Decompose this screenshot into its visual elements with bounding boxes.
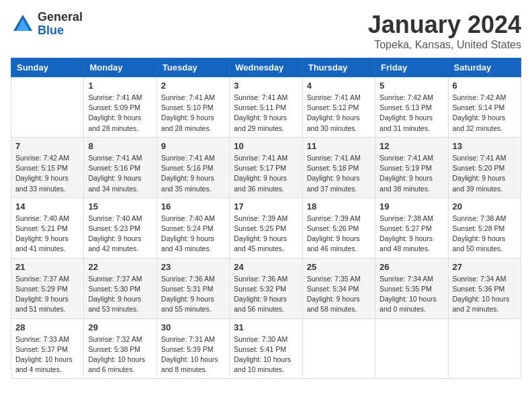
- calendar-week-row: 14Sunrise: 7:40 AM Sunset: 5:21 PM Dayli…: [11, 197, 521, 258]
- calendar-week-row: 21Sunrise: 7:37 AM Sunset: 5:29 PM Dayli…: [11, 258, 521, 318]
- empty-cell: [448, 318, 521, 379]
- day-number: 10: [234, 141, 298, 151]
- cell-sun-info: Sunrise: 7:39 AM Sunset: 5:25 PM Dayligh…: [234, 214, 298, 255]
- cell-sun-info: Sunrise: 7:40 AM Sunset: 5:21 PM Dayligh…: [15, 214, 79, 255]
- empty-cell: [11, 77, 84, 138]
- day-number: 29: [88, 322, 152, 332]
- location-title: Topeka, Kansas, United States: [368, 39, 521, 51]
- weekday-header-thursday: Thursday: [302, 58, 375, 77]
- logo-icon: [11, 12, 35, 36]
- empty-cell: [302, 318, 375, 379]
- calendar-day-cell: 28Sunrise: 7:33 AM Sunset: 5:37 PM Dayli…: [11, 318, 84, 379]
- day-number: 5: [380, 81, 443, 91]
- cell-sun-info: Sunrise: 7:35 AM Sunset: 5:34 PM Dayligh…: [307, 274, 371, 315]
- day-number: 28: [15, 322, 79, 332]
- day-number: 13: [453, 141, 517, 151]
- day-number: 20: [453, 201, 517, 212]
- calendar-day-cell: 20Sunrise: 7:38 AM Sunset: 5:28 PM Dayli…: [448, 197, 521, 258]
- cell-sun-info: Sunrise: 7:41 AM Sunset: 5:10 PM Dayligh…: [161, 93, 225, 134]
- cell-sun-info: Sunrise: 7:33 AM Sunset: 5:37 PM Dayligh…: [15, 334, 79, 375]
- cell-sun-info: Sunrise: 7:41 AM Sunset: 5:09 PM Dayligh…: [88, 93, 152, 134]
- day-number: 23: [161, 262, 225, 272]
- calendar-day-cell: 23Sunrise: 7:36 AM Sunset: 5:31 PM Dayli…: [157, 258, 229, 318]
- weekday-header-saturday: Saturday: [448, 58, 521, 77]
- day-number: 26: [380, 262, 443, 272]
- day-number: 2: [161, 81, 225, 91]
- logo: General Blue: [11, 11, 83, 38]
- day-number: 14: [15, 201, 79, 212]
- day-number: 17: [234, 201, 298, 212]
- day-number: 11: [307, 141, 371, 151]
- cell-sun-info: Sunrise: 7:37 AM Sunset: 5:29 PM Dayligh…: [15, 274, 79, 315]
- calendar-day-cell: 24Sunrise: 7:36 AM Sunset: 5:32 PM Dayli…: [230, 258, 302, 318]
- weekday-header-friday: Friday: [375, 58, 448, 77]
- title-area: January 2024 Topeka, Kansas, United Stat…: [368, 11, 521, 51]
- calendar-day-cell: 26Sunrise: 7:34 AM Sunset: 5:35 PM Dayli…: [375, 258, 448, 318]
- day-number: 4: [307, 81, 371, 91]
- calendar-day-cell: 31Sunrise: 7:30 AM Sunset: 5:41 PM Dayli…: [230, 318, 302, 379]
- cell-sun-info: Sunrise: 7:40 AM Sunset: 5:24 PM Dayligh…: [161, 214, 225, 255]
- cell-sun-info: Sunrise: 7:42 AM Sunset: 5:13 PM Dayligh…: [380, 93, 443, 134]
- calendar-week-row: 28Sunrise: 7:33 AM Sunset: 5:37 PM Dayli…: [11, 318, 521, 379]
- cell-sun-info: Sunrise: 7:41 AM Sunset: 5:11 PM Dayligh…: [234, 93, 298, 134]
- day-number: 8: [88, 141, 152, 151]
- weekday-header-sunday: Sunday: [11, 58, 84, 77]
- calendar-day-cell: 5Sunrise: 7:42 AM Sunset: 5:13 PM Daylig…: [375, 77, 448, 138]
- calendar-week-row: 1Sunrise: 7:41 AM Sunset: 5:09 PM Daylig…: [11, 77, 521, 138]
- calendar-day-cell: 2Sunrise: 7:41 AM Sunset: 5:10 PM Daylig…: [157, 77, 229, 138]
- calendar-day-cell: 8Sunrise: 7:41 AM Sunset: 5:16 PM Daylig…: [84, 137, 157, 197]
- cell-sun-info: Sunrise: 7:38 AM Sunset: 5:28 PM Dayligh…: [453, 214, 517, 255]
- calendar-day-cell: 9Sunrise: 7:41 AM Sunset: 5:16 PM Daylig…: [157, 137, 229, 197]
- calendar-day-cell: 7Sunrise: 7:42 AM Sunset: 5:15 PM Daylig…: [11, 137, 84, 197]
- calendar-day-cell: 16Sunrise: 7:40 AM Sunset: 5:24 PM Dayli…: [157, 197, 229, 258]
- cell-sun-info: Sunrise: 7:41 AM Sunset: 5:16 PM Dayligh…: [88, 153, 152, 194]
- logo-blue-text: Blue: [38, 24, 83, 38]
- calendar-day-cell: 17Sunrise: 7:39 AM Sunset: 5:25 PM Dayli…: [230, 197, 302, 258]
- cell-sun-info: Sunrise: 7:41 AM Sunset: 5:18 PM Dayligh…: [307, 153, 371, 194]
- calendar-day-cell: 21Sunrise: 7:37 AM Sunset: 5:29 PM Dayli…: [11, 258, 84, 318]
- cell-sun-info: Sunrise: 7:31 AM Sunset: 5:39 PM Dayligh…: [161, 334, 225, 375]
- day-number: 31: [234, 322, 298, 332]
- day-number: 12: [380, 141, 443, 151]
- day-number: 9: [161, 141, 225, 151]
- empty-cell: [375, 318, 448, 379]
- cell-sun-info: Sunrise: 7:36 AM Sunset: 5:31 PM Dayligh…: [161, 274, 225, 315]
- cell-sun-info: Sunrise: 7:37 AM Sunset: 5:30 PM Dayligh…: [88, 274, 152, 315]
- calendar-day-cell: 6Sunrise: 7:42 AM Sunset: 5:14 PM Daylig…: [448, 77, 521, 138]
- calendar-day-cell: 18Sunrise: 7:39 AM Sunset: 5:26 PM Dayli…: [302, 197, 375, 258]
- cell-sun-info: Sunrise: 7:38 AM Sunset: 5:27 PM Dayligh…: [380, 214, 443, 255]
- month-title: January 2024: [368, 11, 521, 39]
- calendar-day-cell: 4Sunrise: 7:41 AM Sunset: 5:12 PM Daylig…: [302, 77, 375, 138]
- weekday-header-monday: Monday: [84, 58, 157, 77]
- calendar-day-cell: 29Sunrise: 7:32 AM Sunset: 5:38 PM Dayli…: [84, 318, 157, 379]
- cell-sun-info: Sunrise: 7:30 AM Sunset: 5:41 PM Dayligh…: [234, 334, 298, 375]
- cell-sun-info: Sunrise: 7:42 AM Sunset: 5:15 PM Dayligh…: [15, 153, 79, 194]
- calendar-day-cell: 25Sunrise: 7:35 AM Sunset: 5:34 PM Dayli…: [302, 258, 375, 318]
- calendar-day-cell: 27Sunrise: 7:34 AM Sunset: 5:36 PM Dayli…: [448, 258, 521, 318]
- calendar-day-cell: 30Sunrise: 7:31 AM Sunset: 5:39 PM Dayli…: [157, 318, 229, 379]
- logo-general-text: General: [38, 11, 83, 24]
- day-number: 19: [380, 201, 443, 212]
- calendar-day-cell: 13Sunrise: 7:41 AM Sunset: 5:20 PM Dayli…: [448, 137, 521, 197]
- calendar-day-cell: 15Sunrise: 7:40 AM Sunset: 5:23 PM Dayli…: [84, 197, 157, 258]
- cell-sun-info: Sunrise: 7:39 AM Sunset: 5:26 PM Dayligh…: [307, 214, 371, 255]
- cell-sun-info: Sunrise: 7:42 AM Sunset: 5:14 PM Dayligh…: [453, 93, 517, 134]
- day-number: 3: [234, 81, 298, 91]
- day-number: 16: [161, 201, 225, 212]
- calendar-day-cell: 12Sunrise: 7:41 AM Sunset: 5:19 PM Dayli…: [375, 137, 448, 197]
- day-number: 15: [88, 201, 152, 212]
- calendar-table: SundayMondayTuesdayWednesdayThursdayFrid…: [11, 58, 521, 379]
- cell-sun-info: Sunrise: 7:34 AM Sunset: 5:36 PM Dayligh…: [453, 274, 517, 315]
- weekday-header-row: SundayMondayTuesdayWednesdayThursdayFrid…: [11, 58, 521, 77]
- cell-sun-info: Sunrise: 7:41 AM Sunset: 5:12 PM Dayligh…: [307, 93, 371, 134]
- day-number: 24: [234, 262, 298, 272]
- cell-sun-info: Sunrise: 7:41 AM Sunset: 5:17 PM Dayligh…: [234, 153, 298, 194]
- day-number: 1: [88, 81, 152, 91]
- weekday-header-tuesday: Tuesday: [157, 58, 229, 77]
- page-header: General Blue January 2024 Topeka, Kansas…: [11, 11, 521, 51]
- cell-sun-info: Sunrise: 7:41 AM Sunset: 5:16 PM Dayligh…: [161, 153, 225, 194]
- day-number: 27: [453, 262, 517, 272]
- calendar-day-cell: 3Sunrise: 7:41 AM Sunset: 5:11 PM Daylig…: [230, 77, 302, 138]
- cell-sun-info: Sunrise: 7:34 AM Sunset: 5:35 PM Dayligh…: [380, 274, 443, 315]
- calendar-day-cell: 11Sunrise: 7:41 AM Sunset: 5:18 PM Dayli…: [302, 137, 375, 197]
